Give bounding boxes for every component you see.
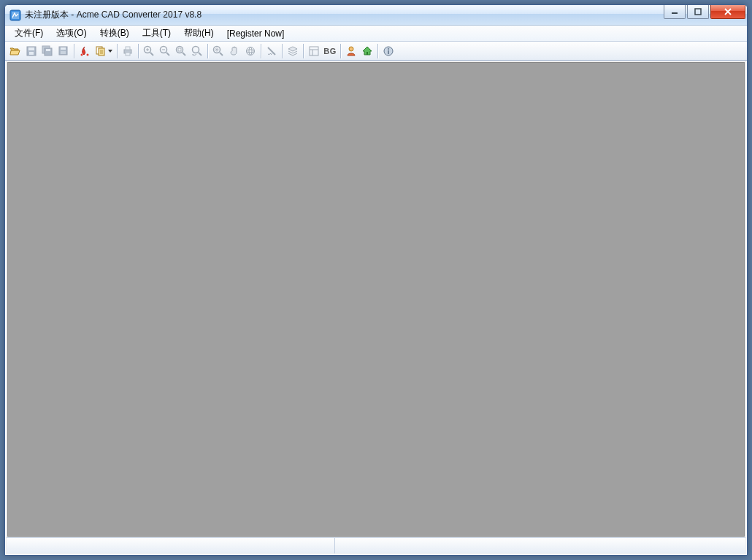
- svg-point-21: [177, 46, 183, 53]
- layers-button[interactable]: [285, 43, 301, 59]
- toolbar-separator: [138, 44, 139, 58]
- pan-button[interactable]: [226, 43, 242, 59]
- client-area: [5, 61, 747, 555]
- toolbar-separator: [207, 44, 208, 58]
- toolbar-separator: [282, 44, 283, 58]
- menu-help[interactable]: 帮助(H): [177, 26, 220, 41]
- zoom-back-icon: [191, 45, 203, 57]
- svg-rect-28: [310, 47, 318, 55]
- toolbar-separator: [261, 44, 261, 58]
- svg-rect-11: [61, 47, 66, 50]
- svg-rect-2: [672, 12, 678, 14]
- svg-point-26: [247, 50, 255, 53]
- svg-rect-3: [695, 9, 701, 15]
- svg-point-32: [388, 48, 389, 50]
- svg-point-25: [247, 47, 255, 55]
- menu-convert[interactable]: 转换(B): [93, 26, 136, 41]
- status-panel-left: [7, 538, 335, 553]
- hand-icon: [229, 45, 240, 57]
- open-button[interactable]: [7, 43, 23, 59]
- floppy-icon: [26, 45, 37, 57]
- floppy-layers-icon: [58, 45, 69, 57]
- zoom-previous-button[interactable]: [189, 43, 205, 59]
- save-layers-button[interactable]: [55, 43, 72, 59]
- close-button[interactable]: [710, 5, 745, 19]
- about-button[interactable]: [380, 43, 396, 59]
- toolbar-separator: [117, 44, 118, 58]
- view-3d-button[interactable]: [242, 43, 258, 59]
- maximize-button[interactable]: [687, 5, 709, 19]
- app-icon: [9, 9, 21, 21]
- menu-register-now[interactable]: [Register Now]: [220, 27, 291, 40]
- print-button[interactable]: [120, 43, 136, 59]
- toolbar-separator: [340, 44, 341, 58]
- zoom-out-button[interactable]: [157, 43, 173, 59]
- save-multi-button[interactable]: [39, 43, 55, 59]
- zoom-extents-button[interactable]: [210, 43, 226, 59]
- window-title: 未注册版本 - Acme CAD Converter 2017 v8.8: [25, 9, 664, 21]
- zoom-window-icon: [175, 45, 187, 57]
- brush-icon: [266, 45, 277, 57]
- svg-rect-6: [29, 52, 34, 55]
- svg-point-13: [87, 53, 89, 55]
- title-bar[interactable]: 未注册版本 - Acme CAD Converter 2017 v8.8: [5, 5, 747, 26]
- minimize-button[interactable]: [664, 5, 686, 19]
- floppy-multi-icon: [42, 45, 53, 57]
- svg-rect-18: [126, 53, 130, 55]
- svg-rect-22: [178, 48, 181, 51]
- svg-rect-33: [388, 50, 389, 54]
- toolbar-separator: [377, 44, 378, 58]
- svg-rect-30: [367, 52, 368, 55]
- status-bar: [7, 537, 745, 553]
- batch-button[interactable]: [93, 43, 115, 59]
- home-icon: [361, 45, 373, 57]
- toolbar: BG: [5, 42, 747, 61]
- svg-point-29: [349, 47, 353, 51]
- sphere-icon: [245, 45, 256, 57]
- menu-tools[interactable]: 工具(T): [136, 26, 177, 41]
- zoom-out-icon: [159, 45, 171, 57]
- menu-options[interactable]: 选项(O): [50, 26, 93, 41]
- zoom-extents-icon: [212, 45, 224, 57]
- zoom-window-button[interactable]: [173, 43, 189, 59]
- svg-point-12: [81, 53, 83, 55]
- svg-point-27: [249, 47, 252, 55]
- svg-rect-17: [126, 47, 130, 50]
- background-button[interactable]: BG: [322, 43, 338, 59]
- svg-rect-9: [46, 49, 50, 51]
- menu-bar: 文件(F) 选项(O) 转换(B) 工具(T) 帮助(H) [Register …: [5, 26, 747, 42]
- pdf-icon: [79, 45, 91, 57]
- register-button[interactable]: [343, 43, 359, 59]
- info-icon: [383, 45, 394, 57]
- pdf-button[interactable]: [77, 43, 93, 59]
- app-window: 未注册版本 - Acme CAD Converter 2017 v8.8 文件(…: [4, 4, 748, 556]
- toolbar-separator: [74, 44, 74, 58]
- printer-icon: [122, 45, 134, 57]
- svg-rect-5: [28, 47, 34, 50]
- zoom-in-button[interactable]: [141, 43, 157, 59]
- window-controls: [664, 5, 747, 25]
- folder-open-icon: [9, 45, 21, 57]
- person-icon: [345, 45, 357, 57]
- workspace[interactable]: [7, 62, 745, 537]
- regen-button[interactable]: [264, 43, 280, 59]
- bg-text-icon: BG: [322, 47, 338, 55]
- dropdown-arrow-icon: [108, 50, 112, 53]
- toolbar-separator: [303, 44, 304, 58]
- status-panel-right: [335, 538, 745, 553]
- zoom-in-icon: [143, 45, 155, 57]
- pages-icon: [95, 45, 107, 57]
- layout-icon: [308, 45, 320, 57]
- svg-point-23: [193, 46, 199, 53]
- menu-file[interactable]: 文件(F): [8, 26, 50, 41]
- layers-icon: [287, 45, 299, 57]
- layout-button[interactable]: [306, 43, 322, 59]
- save-button[interactable]: [23, 43, 39, 59]
- home-button[interactable]: [359, 43, 375, 59]
